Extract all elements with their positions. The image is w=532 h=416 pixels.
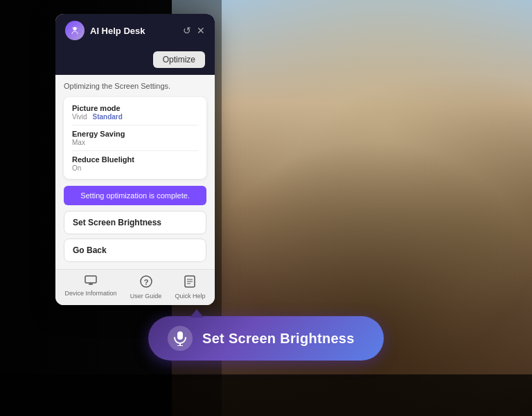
- set-screen-brightness-button[interactable]: Set Screen Brightness: [64, 211, 206, 234]
- settings-card: Picture mode Vivid Standard Energy Savin…: [64, 97, 206, 179]
- widget-body: Optimizing the Screen Settings. Picture …: [55, 75, 215, 269]
- widget-header-left: AI Help Desk: [65, 21, 145, 40]
- device-info-icon: [85, 275, 97, 288]
- refresh-button[interactable]: ↺: [183, 26, 191, 35]
- divider-1: [72, 125, 198, 125]
- svg-rect-12: [177, 331, 183, 340]
- widget-title: AI Help Desk: [90, 26, 145, 36]
- setting-label-energy-saving: Energy Saving: [72, 130, 198, 138]
- widget-toolbar: Optimize: [55, 47, 215, 75]
- footer-item-device-info[interactable]: Device Information: [65, 275, 117, 300]
- ai-icon: [65, 21, 85, 40]
- energy-saving-value: Max: [72, 139, 85, 146]
- setting-label-reduce-bluelight: Reduce Bluelight: [72, 155, 198, 164]
- svg-rect-3: [85, 276, 96, 283]
- footer-item-user-guide[interactable]: ? User Guide: [130, 275, 162, 300]
- go-back-button[interactable]: Go Back: [64, 239, 206, 262]
- voice-bubble-text: Set Screen Brightness: [202, 331, 355, 347]
- mic-icon: [168, 326, 193, 351]
- setting-row-reduce-bluelight: Reduce Bluelight On: [72, 155, 198, 172]
- widget-footer: Device Information ? User Guide Quick H: [55, 269, 215, 305]
- complete-banner: Setting optimization is complete.: [64, 186, 206, 205]
- quick-help-icon: [184, 275, 195, 291]
- setting-label-picture-mode: Picture mode: [72, 104, 198, 112]
- reduce-bluelight-value: On: [72, 164, 81, 172]
- setting-values-energy-saving: Max: [72, 139, 198, 146]
- voice-bubble[interactable]: Set Screen Brightness: [148, 316, 384, 361]
- divider-2: [72, 150, 198, 151]
- setting-values-picture-mode: Vivid Standard: [72, 113, 198, 121]
- setting-row-energy-saving: Energy Saving Max: [72, 130, 198, 146]
- setting-row-picture-mode: Picture mode Vivid Standard: [72, 104, 198, 121]
- footer-item-quick-help[interactable]: Quick Help: [175, 275, 205, 300]
- svg-point-0: [73, 27, 76, 31]
- picture-mode-vivid: Vivid: [72, 113, 87, 121]
- svg-point-2: [76, 27, 78, 28]
- optimize-button[interactable]: Optimize: [153, 51, 205, 68]
- widget-controls: ↺ ✕: [183, 26, 205, 35]
- widget-header: AI Help Desk ↺ ✕: [55, 14, 215, 47]
- svg-text:?: ?: [143, 278, 148, 286]
- setting-values-reduce-bluelight: On: [72, 164, 198, 172]
- quick-help-label: Quick Help: [175, 293, 205, 300]
- device-info-label: Device Information: [65, 290, 117, 297]
- user-guide-label: User Guide: [130, 293, 162, 300]
- ai-helpdesk-widget: AI Help Desk ↺ ✕ Optimize Optimizing the…: [55, 14, 215, 305]
- close-button[interactable]: ✕: [197, 26, 205, 35]
- user-guide-icon: ?: [140, 275, 152, 291]
- status-text: Optimizing the Screen Settings.: [64, 82, 206, 90]
- svg-point-1: [72, 27, 73, 28]
- picture-mode-standard: Standard: [93, 113, 123, 121]
- bottom-bar: [0, 374, 532, 416]
